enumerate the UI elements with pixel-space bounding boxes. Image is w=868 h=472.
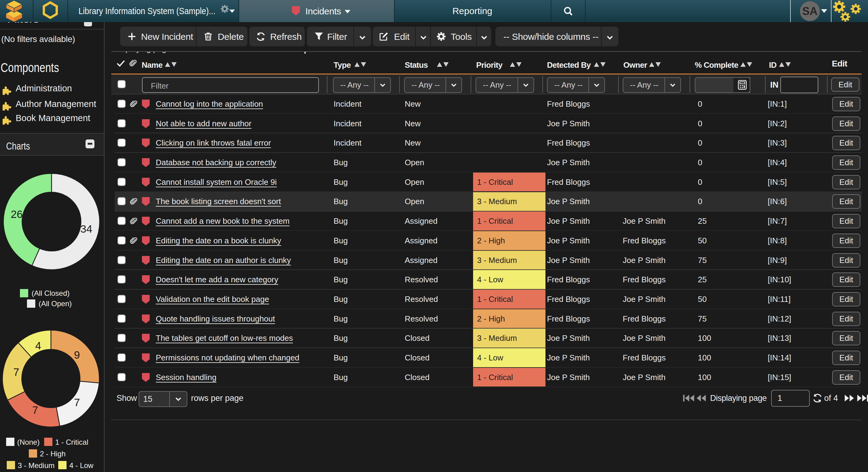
svg-text:34: 34 bbox=[80, 223, 92, 235]
svg-text:7: 7 bbox=[32, 404, 38, 416]
svg-text:4: 4 bbox=[35, 340, 41, 351]
svg-text:7: 7 bbox=[13, 366, 19, 378]
svg-text:26: 26 bbox=[11, 208, 23, 220]
svg-text:7: 7 bbox=[74, 396, 80, 408]
svg-text:9: 9 bbox=[74, 349, 80, 361]
